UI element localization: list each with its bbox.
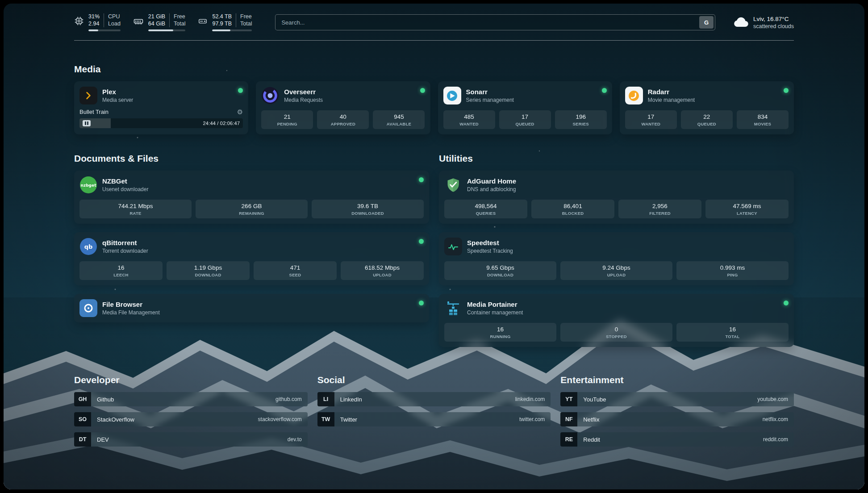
memory-label-2: Total (174, 21, 185, 27)
service-subtitle: Media server (102, 97, 133, 103)
service-card-radarr[interactable]: Radarr Movie management 17 WANTED 22 QUE… (620, 81, 794, 134)
section-title-utilities: Utilities (439, 153, 794, 164)
playback-progress-bar[interactable]: 24:44 / 02:06:47 (79, 118, 243, 128)
service-subtitle: Media File Management (102, 309, 160, 316)
disk-total: 97.9 TB (212, 21, 232, 27)
search-provider-button[interactable]: G (699, 16, 714, 29)
stat-downloaded: 39.6 TB DOWNLOADED (312, 200, 424, 218)
stat-pending: 21 PENDING (261, 110, 313, 129)
service-subtitle: DNS and adblocking (467, 186, 516, 192)
bookmark-abbr: DT (74, 432, 91, 447)
bookmark-name: StackOverflow (97, 416, 134, 423)
service-subtitle: Media Requests (284, 97, 323, 103)
filebrowser-icon (79, 299, 97, 317)
stat-stopped: 0 STOPPED (560, 323, 672, 342)
header-divider (74, 40, 794, 41)
bookmark-reddit[interactable]: RE Reddit reddit.com (560, 432, 794, 447)
portainer-icon (444, 299, 462, 317)
search-input[interactable] (275, 14, 715, 30)
bookmark-abbr: LI (317, 392, 334, 406)
section-social: Social LI LinkedIn linkedin.com TW Twitt… (317, 375, 551, 452)
nzbget-icon: nzbget (79, 176, 97, 194)
service-subtitle: Container management (467, 309, 523, 316)
section-entertainment: Entertainment YT YouTube youtube.com NF … (560, 375, 794, 452)
now-playing-title: Bullet Train (79, 109, 108, 115)
memory-label-1: Free (174, 13, 185, 20)
stat-rate: 744.21 Mbps RATE (79, 200, 192, 218)
speedtest-icon (444, 238, 462, 255)
settings-gear-icon[interactable]: ⚙ (237, 109, 243, 115)
cpu-percent: 31% (88, 13, 100, 20)
bookmark-linkedin[interactable]: LI LinkedIn linkedin.com (317, 392, 551, 406)
stat-queued: 22 QUEUED (681, 110, 733, 129)
radarr-icon (625, 87, 643, 104)
sonarr-icon (443, 87, 461, 104)
status-dot (784, 88, 789, 93)
status-dot (419, 239, 424, 244)
stat-seed: 471 SEED (254, 261, 337, 280)
disk-label-2: Total (240, 21, 252, 27)
bookmark-stackoverflow[interactable]: SO StackOverflow stackoverflow.com (74, 412, 308, 426)
adguard-icon (444, 176, 462, 194)
service-name: AdGuard Home (467, 177, 516, 185)
bookmark-name: LinkedIn (340, 396, 362, 403)
section-title-social: Social (317, 375, 551, 385)
weather-condition: scattered clouds (753, 23, 794, 29)
bookmark-abbr: NF (560, 412, 577, 426)
bookmark-url: youtube.com (757, 396, 788, 402)
service-card-filebrowser[interactable]: File Browser Media File Management (74, 294, 429, 322)
bookmark-name: YouTube (583, 396, 606, 403)
bookmark-name: Netflix (583, 416, 599, 423)
service-name: Plex (102, 88, 133, 96)
service-card-speedtest[interactable]: Speedtest Speedtest Tracking 9.65 Gbps D… (439, 232, 794, 285)
service-subtitle: Speedtest Tracking (467, 248, 513, 254)
stat-movies: 834 MOVIES (737, 110, 789, 129)
service-card-sonarr[interactable]: Sonarr Series management 485 WANTED 17 Q… (438, 81, 612, 134)
bookmark-twitter[interactable]: TW Twitter twitter.com (317, 412, 551, 426)
weather-widget: Lviv, 16.87°C scattered clouds (733, 16, 794, 29)
bookmark-name: DEV (97, 436, 109, 443)
stat-approved: 40 APPROVED (317, 110, 369, 129)
stat-leech: 16 LEECH (79, 261, 163, 280)
service-name: NZBGet (102, 177, 148, 185)
service-card-adguard[interactable]: AdGuard Home DNS and adblocking 498,564 … (439, 171, 794, 224)
stat-series: 196 SERIES (555, 110, 607, 129)
service-card-overseerr[interactable]: Overseerr Media Requests 21 PENDING 40 A… (256, 81, 430, 134)
stat-wanted: 485 WANTED (443, 110, 495, 129)
disk-usage-bar (212, 29, 252, 31)
bookmark-url: dev.to (288, 436, 302, 443)
cpu-resource-widget: 31% 2.94 CPU Load (74, 13, 121, 31)
stat-running: 16 RUNNING (444, 323, 556, 342)
service-card-qbittorrent[interactable]: qb qBittorrent Torrent downloader (74, 232, 429, 285)
bookmark-abbr: RE (560, 432, 577, 447)
bookmark-github[interactable]: GH Github github.com (74, 392, 308, 406)
bookmark-abbr: GH (74, 392, 91, 406)
bookmark-netflix[interactable]: NF Netflix netflix.com (560, 412, 794, 426)
service-subtitle: Torrent downloader (102, 248, 148, 254)
stat-download: 1.19 Gbps DOWNLOAD (167, 261, 250, 280)
stat-latency: 47.569 ms LATENCY (705, 200, 789, 218)
stat-upload: 9.24 Gbps UPLOAD (560, 261, 672, 280)
service-card-nzbget[interactable]: nzbget NZBGet Usenet downloader 74 (74, 171, 429, 224)
service-card-plex[interactable]: Plex Media server Bullet Train ⚙ 24:44 /… (74, 81, 248, 134)
stat-upload: 618.52 Mbps UPLOAD (341, 261, 424, 280)
disk-resource-widget: 52.4 TB 97.9 TB Free Total (198, 13, 252, 31)
service-name: Media Portainer (467, 301, 523, 308)
section-title-entertainment: Entertainment (560, 375, 794, 385)
cpu-usage-bar (88, 29, 121, 31)
bookmark-dev[interactable]: DT DEV dev.to (74, 432, 308, 447)
cpu-label-1: CPU (108, 13, 121, 20)
stat-blocked: 86,401 BLOCKED (531, 200, 614, 218)
service-name: Radarr (648, 88, 695, 96)
search-bar: G (275, 14, 715, 30)
stat-download: 9.65 Gbps DOWNLOAD (444, 261, 556, 280)
memory-resource-widget: 21 GiB 64 GiB Free Total (133, 13, 186, 31)
status-dot (238, 88, 243, 93)
section-title-documents: Documents & Files (74, 153, 429, 164)
bookmark-url: twitter.com (519, 416, 545, 422)
pause-icon[interactable] (83, 120, 91, 126)
service-card-portainer[interactable]: Media Portainer Container management 16 … (439, 294, 794, 347)
stat-queued: 17 QUEUED (499, 110, 551, 129)
section-title-media: Media (74, 64, 794, 75)
bookmark-youtube[interactable]: YT YouTube youtube.com (560, 392, 794, 406)
